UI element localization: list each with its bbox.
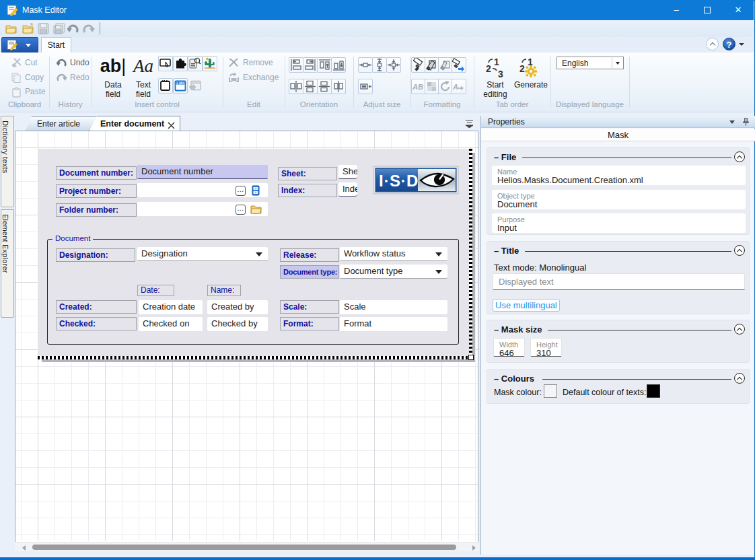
svg-text:A: A — [452, 83, 458, 91]
svg-text:D: D — [406, 172, 418, 190]
svg-text:2: 2 — [519, 63, 525, 74]
svg-text:abc: abc — [179, 81, 184, 85]
svg-text:1: 1 — [494, 57, 499, 67]
svg-text:3: 3 — [498, 69, 503, 79]
svg-text:I: I — [379, 172, 384, 190]
svg-text:2: 2 — [486, 63, 491, 74]
svg-text:AB: AB — [412, 83, 423, 91]
svg-text:S: S — [390, 172, 400, 190]
